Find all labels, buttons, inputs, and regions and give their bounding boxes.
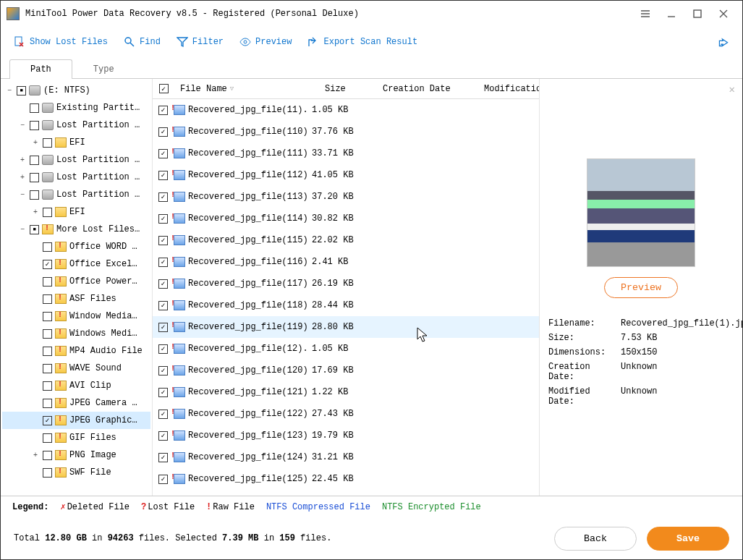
file-row[interactable]: Recovered_jpg_file(11).…1.05 KB — [153, 99, 539, 121]
file-row[interactable]: Recovered_jpg_file(110)…37.76 KB — [153, 121, 539, 143]
back-button[interactable]: Back — [554, 527, 637, 551]
file-row[interactable]: Recovered_jpg_file(115)…22.02 KB — [153, 229, 539, 251]
tree-node[interactable]: +EFI — [2, 134, 150, 151]
tree-checkbox[interactable] — [43, 277, 52, 287]
tree-checkbox[interactable] — [30, 225, 39, 234]
file-checkbox[interactable] — [158, 127, 168, 137]
tree-node[interactable]: ASF Files — [2, 290, 150, 307]
tree-node[interactable]: −More Lost Files… — [2, 221, 150, 238]
file-row[interactable]: Recovered_jpg_file(125)…22.45 KB — [153, 468, 539, 490]
header-filename[interactable]: File Name▽ — [174, 84, 319, 94]
tree-checkbox[interactable] — [43, 381, 52, 391]
folder-tree[interactable]: −(E: NTFS)Existing Partit…−Lost Partitio… — [1, 79, 153, 496]
tree-toggle-icon[interactable]: + — [31, 208, 40, 216]
file-row[interactable]: Recovered_jpg_file(112)…41.05 KB — [153, 164, 539, 186]
tree-node[interactable]: +PNG Image — [2, 446, 150, 464]
tree-node[interactable]: +EFI — [2, 203, 150, 221]
tree-node[interactable]: Window Media… — [2, 307, 150, 325]
tree-toggle-icon[interactable]: + — [18, 156, 27, 164]
preview-button[interactable]: Preview — [239, 36, 292, 48]
show-lost-files-button[interactable]: Show Lost Files — [14, 36, 108, 48]
tree-checkbox[interactable] — [30, 103, 39, 113]
tree-checkbox[interactable] — [43, 294, 52, 304]
tree-node[interactable]: SWF File — [2, 464, 150, 481]
file-row[interactable]: Recovered_jpg_file(116)…2.41 KB — [153, 251, 539, 273]
tree-checkbox[interactable] — [43, 242, 52, 252]
header-checkbox[interactable]: ✓ — [153, 84, 174, 93]
tree-toggle-icon[interactable]: − — [18, 122, 27, 130]
tree-checkbox[interactable] — [43, 433, 52, 443]
tree-node[interactable]: WAVE Sound — [2, 360, 150, 377]
tree-node[interactable]: JPEG Camera … — [2, 394, 150, 412]
file-checkbox[interactable] — [158, 453, 168, 462]
tree-checkbox[interactable] — [43, 451, 52, 460]
file-checkbox[interactable] — [158, 344, 168, 354]
tree-node[interactable]: −Lost Partition … — [2, 186, 150, 203]
tree-node[interactable]: Existing Partit… — [2, 99, 150, 116]
file-row[interactable]: Recovered_jpg_file(122)…27.43 KB — [153, 403, 539, 425]
file-checkbox[interactable] — [158, 279, 168, 289]
file-checkbox[interactable] — [158, 301, 168, 310]
tree-node[interactable]: Office WORD … — [2, 238, 150, 255]
tab-type[interactable]: Type — [72, 59, 135, 79]
maximize-button[interactable] — [684, 4, 710, 24]
close-button[interactable] — [710, 4, 736, 24]
file-row[interactable]: Recovered_jpg_file(12).…1.05 KB — [153, 338, 539, 360]
share-button[interactable] — [718, 36, 729, 48]
tree-node[interactable]: GIF Files — [2, 429, 150, 446]
file-list[interactable]: Recovered_jpg_file(11).…1.05 KBRecovered… — [153, 99, 539, 496]
file-checkbox[interactable] — [158, 236, 168, 245]
tree-checkbox[interactable] — [43, 138, 52, 148]
tree-checkbox[interactable] — [43, 364, 52, 373]
file-row[interactable]: Recovered_jpg_file(114)…30.82 KB — [153, 208, 539, 229]
tree-checkbox[interactable] — [30, 173, 39, 182]
file-checkbox[interactable] — [158, 410, 168, 419]
file-row[interactable]: Recovered_jpg_file(119)…28.80 KB — [153, 316, 539, 338]
tree-checkbox[interactable] — [43, 208, 52, 217]
tree-checkbox[interactable] — [43, 468, 52, 478]
tree-node[interactable]: JPEG Graphic… — [2, 412, 150, 429]
file-checkbox[interactable] — [158, 366, 168, 376]
tree-node[interactable]: +Lost Partition … — [2, 169, 150, 186]
tree-checkbox[interactable] — [43, 329, 52, 339]
tree-node[interactable]: Office Power… — [2, 273, 150, 290]
close-preview-button[interactable]: ✕ — [729, 83, 735, 96]
tree-checkbox[interactable] — [43, 399, 52, 408]
save-button[interactable]: Save — [647, 527, 729, 551]
file-row[interactable]: Recovered_jpg_file(124)…31.21 KB — [153, 446, 539, 468]
header-modification[interactable]: Modification — [478, 84, 536, 94]
file-checkbox[interactable] — [158, 106, 168, 115]
tree-checkbox[interactable] — [30, 156, 39, 165]
file-row[interactable]: Recovered_jpg_file(120)…17.69 KB — [153, 360, 539, 381]
tree-toggle-icon[interactable]: − — [18, 191, 27, 199]
file-checkbox[interactable] — [158, 258, 168, 267]
tree-node[interactable]: −(E: NTFS) — [2, 82, 150, 99]
tree-toggle-icon[interactable]: + — [31, 451, 40, 459]
header-size[interactable]: Size — [319, 84, 377, 94]
find-button[interactable]: Find — [124, 36, 161, 48]
tree-checkbox[interactable] — [43, 312, 52, 321]
file-row[interactable]: Recovered_jpg_file(113)…37.20 KB — [153, 186, 539, 208]
file-checkbox[interactable] — [158, 323, 168, 332]
tree-toggle-icon[interactable]: + — [18, 174, 27, 182]
tree-node[interactable]: −Lost Partition … — [2, 116, 150, 134]
file-row[interactable]: Recovered_jpg_file(121)…1.22 KB — [153, 381, 539, 403]
file-checkbox[interactable] — [158, 475, 168, 484]
tree-checkbox[interactable] — [43, 260, 52, 269]
menu-button[interactable] — [632, 4, 658, 24]
tree-node[interactable]: Windows Medi… — [2, 325, 150, 342]
preview-open-button[interactable]: Preview — [604, 277, 678, 298]
file-checkbox[interactable] — [158, 388, 168, 397]
tree-checkbox[interactable] — [43, 347, 52, 356]
file-row[interactable]: Recovered_jpg_file(123)…19.79 KB — [153, 425, 539, 446]
file-checkbox[interactable] — [158, 171, 168, 180]
tree-checkbox[interactable] — [17, 86, 26, 96]
minimize-button[interactable] — [658, 4, 684, 24]
file-checkbox[interactable] — [158, 431, 168, 441]
tree-node[interactable]: +Lost Partition … — [2, 151, 150, 169]
file-checkbox[interactable] — [158, 192, 168, 202]
tree-node[interactable]: MP4 Audio File — [2, 342, 150, 360]
tree-toggle-icon[interactable]: − — [18, 226, 27, 234]
export-scan-button[interactable]: Export Scan Result — [307, 36, 417, 48]
header-creation-date[interactable]: Creation Date — [377, 84, 478, 94]
